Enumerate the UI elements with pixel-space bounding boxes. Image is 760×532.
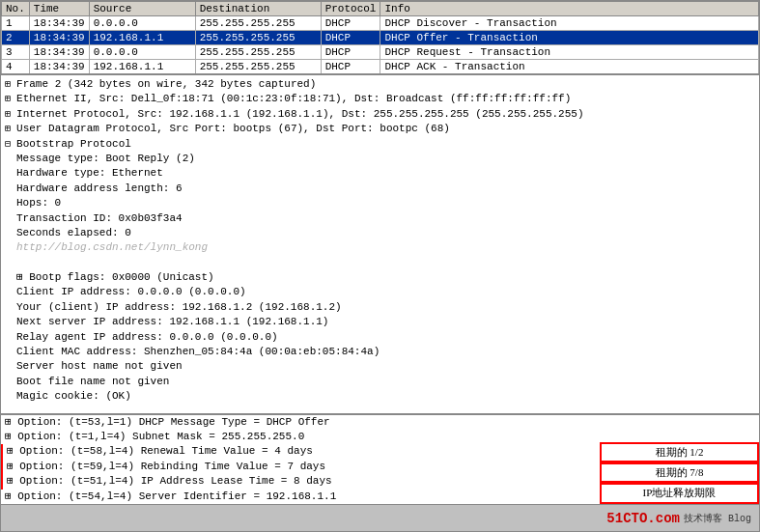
ip-text: Internet Protocol, Src: 192.168.1.1 (192… [16, 108, 584, 120]
table-row[interactable]: 118:34:390.0.0.0255.255.255.255DHCPDHCP … [2, 16, 759, 31]
detail-field-line: Hardware address length: 6 [1, 182, 759, 196]
detail-field-line: Boot file name not given [1, 375, 759, 389]
table-row[interactable]: 418:34:39192.168.1.1255.255.255.255DHCPD… [2, 60, 759, 75]
table-row[interactable]: 218:34:39192.168.1.1255.255.255.255DHCPD… [2, 31, 759, 45]
packet-detail-pane: Frame 2 (342 bytes on wire, 342 bytes ca… [1, 75, 759, 415]
annotation-rebinding: 租期的 7/8 [600, 462, 759, 483]
detail-field-line: Next server IP address: 192.168.1.1 (192… [1, 315, 759, 329]
options-section: ⊞ Option: (t=53,l=1) DHCP Message Type =… [1, 415, 759, 504]
detail-field-line: Transaction ID: 0x0b03f3a4 [1, 211, 759, 226]
col-header-no: No. [2, 2, 30, 16]
col-header-info: Info [380, 2, 759, 16]
col-header-protocol: Protocol [321, 2, 380, 16]
cell-4: DHCP [321, 16, 380, 31]
col-header-source: Source [89, 2, 195, 16]
detail-field-line[interactable]: ⊞ Bootp flags: 0x0000 (Unicast) [1, 270, 759, 285]
frame-text: Frame 2 (342 bytes on wire, 342 bytes ca… [16, 78, 316, 90]
ip-detail[interactable]: Internet Protocol, Src: 192.168.1.1 (192… [1, 107, 759, 122]
cell-4: DHCP [321, 60, 380, 75]
logo-bar: 51CTO.com 技术博客 Blog [1, 504, 759, 531]
cell-1: 18:34:39 [29, 60, 89, 75]
ethernet-detail[interactable]: Ethernet II, Src: Dell_0f:18:71 (00:1c:2… [1, 92, 759, 106]
logo-tagline: 技术博客 Blog [684, 512, 751, 525]
cell-1: 18:34:39 [29, 31, 89, 45]
detail-field-line: Your (client) IP address: 192.168.1.2 (1… [1, 300, 759, 315]
cell-2: 192.168.1.1 [89, 31, 195, 45]
cell-3: 255.255.255.255 [195, 31, 321, 45]
udp-text: User Datagram Protocol, Src Port: bootps… [16, 123, 450, 134]
cell-5: DHCP Offer - Transaction [380, 31, 759, 45]
bootstrap-label: Bootstrap Protocol [16, 138, 131, 150]
watermark: http://blog.csdn.net/lynn_kong [1, 240, 759, 255]
detail-field-line: Message type: Boot Reply (2) [1, 152, 759, 166]
cell-4: DHCP [321, 45, 380, 60]
ethernet-text: Ethernet II, Src: Dell_0f:18:71 (00:1c:2… [16, 93, 571, 104]
detail-field-line: Client MAC address: Shenzhen_05:84:4a (0… [1, 345, 759, 359]
frame-detail[interactable]: Frame 2 (342 bytes on wire, 342 bytes ca… [1, 77, 759, 92]
cell-3: 255.255.255.255 [195, 16, 321, 31]
cell-2: 0.0.0.0 [89, 45, 195, 60]
detail-field-line [1, 256, 759, 270]
annotation-lease: IP地址释放期限 [600, 483, 759, 503]
detail-field-line: Hops: 0 [1, 196, 759, 210]
cell-1: 18:34:39 [29, 45, 89, 60]
cell-3: 255.255.255.255 [195, 60, 321, 75]
cell-5: DHCP ACK - Transaction [380, 60, 759, 75]
col-header-destination: Destination [195, 2, 321, 16]
bootstrap-fields: Message type: Boot Reply (2)Hardware typ… [1, 152, 759, 405]
col-header-time: Time [29, 2, 89, 16]
logo-site: 51CTO.com [606, 511, 680, 526]
cell-2: 192.168.1.1 [89, 60, 195, 75]
detail-field-line: Client IP address: 0.0.0.0 (0.0.0.0) [1, 285, 759, 299]
udp-detail[interactable]: User Datagram Protocol, Src Port: bootps… [1, 122, 759, 136]
cell-3: 255.255.255.255 [195, 45, 321, 60]
cell-1: 18:34:39 [29, 16, 89, 31]
cell-0: 1 [2, 16, 30, 31]
cell-5: DHCP Discover - Transaction [380, 16, 759, 31]
table-header-row: No. Time Source Destination Protocol Inf… [2, 2, 759, 16]
cell-5: DHCP Request - Transaction [380, 45, 759, 60]
packet-list-table: No. Time Source Destination Protocol Inf… [1, 1, 759, 75]
cell-2: 0.0.0.0 [89, 16, 195, 31]
annotation-renewal: 租期的 1/2 [600, 442, 759, 462]
detail-field-line: Server host name not given [1, 359, 759, 374]
detail-field-line: Seconds elapsed: 0 [1, 226, 759, 240]
detail-field-line: Relay agent IP address: 0.0.0.0 (0.0.0.0… [1, 330, 759, 345]
cell-0: 4 [2, 60, 30, 75]
annotation-container: 租期的 1/2 租期的 7/8 IP地址释放期限 [600, 415, 759, 504]
cell-0: 2 [2, 31, 30, 45]
table-row[interactable]: 318:34:390.0.0.0255.255.255.255DHCPDHCP … [2, 45, 759, 60]
detail-field-line: Hardware type: Ethernet [1, 166, 759, 181]
bootstrap-detail[interactable]: Bootstrap Protocol [1, 137, 759, 152]
cell-0: 3 [2, 45, 30, 60]
detail-field-line: Magic cookie: (OK) [1, 389, 759, 404]
cell-4: DHCP [321, 31, 380, 45]
